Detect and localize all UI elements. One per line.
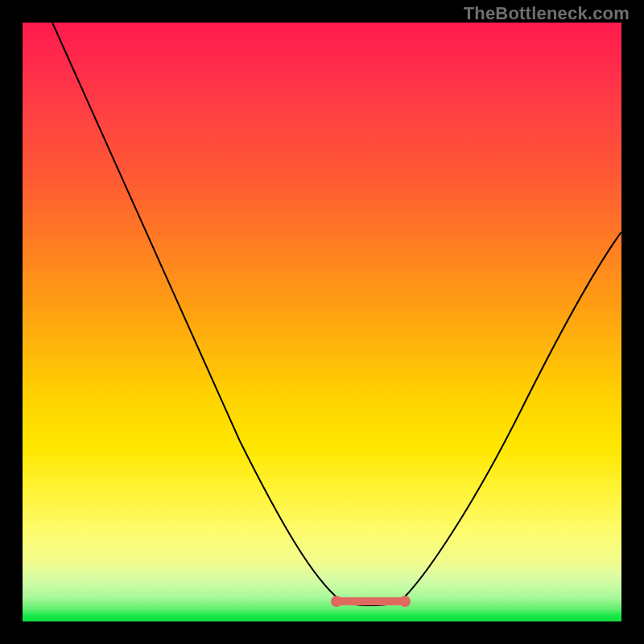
watermark-text: TheBottleneck.com xyxy=(464,3,630,24)
curve-right-branch xyxy=(401,232,621,601)
curve-left-branch xyxy=(52,23,341,601)
optimal-range-marker xyxy=(335,597,406,605)
optimal-range-start-dot xyxy=(331,596,342,607)
bottleneck-curve xyxy=(23,23,621,621)
plot-area xyxy=(23,23,621,621)
optimal-range-end-dot xyxy=(399,596,411,607)
chart-container: TheBottleneck.com xyxy=(0,0,644,644)
